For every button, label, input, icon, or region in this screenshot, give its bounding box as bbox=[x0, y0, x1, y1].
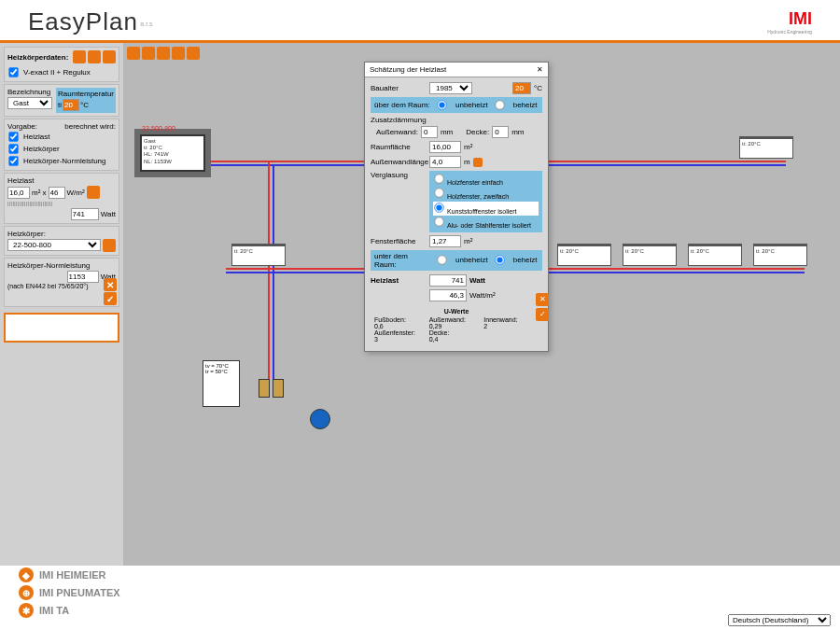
radiator-sel-title: 22-500-800 bbox=[142, 125, 175, 133]
awl-lbl: Außenwandlänge bbox=[371, 158, 427, 166]
cv-tool4[interactable] bbox=[172, 47, 185, 60]
ueber-unbeheizt[interactable] bbox=[437, 100, 446, 109]
aussenwand-input[interactable] bbox=[421, 126, 438, 138]
pneumatex-icon: ⊕ bbox=[19, 585, 34, 600]
scale-graphic: ||||||||||||||||||||||||||| bbox=[7, 201, 116, 206]
fensterfl-input[interactable] bbox=[429, 235, 461, 247]
heimeier-lbl: IMI HEIMEIER bbox=[39, 569, 106, 581]
app-version: a.r.s bbox=[140, 21, 152, 27]
hk-tool[interactable] bbox=[103, 239, 116, 252]
verg4-lbl: Alu- oder Stahlfenster isoliert bbox=[447, 222, 531, 229]
cv-tool5[interactable] bbox=[187, 47, 200, 60]
raumtemp-unit: °C bbox=[80, 101, 89, 109]
ueber-beheizt[interactable] bbox=[495, 100, 504, 109]
logo: IMI bbox=[767, 9, 812, 29]
vorgabe-label: Vorgabe: bbox=[7, 122, 37, 131]
logo-sub: Hydronic Engineering bbox=[767, 29, 812, 35]
heizlast-watt-input[interactable] bbox=[71, 208, 99, 220]
dlg-watt: Watt bbox=[469, 276, 485, 285]
ueber-unbeheizt-lbl: unbeheizt bbox=[455, 101, 488, 109]
unter-lbl: unter dem Raum: bbox=[374, 252, 430, 269]
canvas[interactable]: 22-500-800 Gast ti: 20°C HL: 741W NL: 11… bbox=[123, 43, 840, 566]
radiator[interactable]: ti: 20°C bbox=[623, 244, 677, 266]
ck-norm[interactable] bbox=[8, 156, 18, 165]
aussenwand-lbl: Außenwand: bbox=[376, 128, 418, 136]
dlg-wm2-unit: Watt/m² bbox=[469, 291, 496, 300]
awl-tool[interactable] bbox=[473, 158, 483, 167]
unter-beheizt[interactable] bbox=[495, 256, 504, 265]
language-select[interactable]: Deutsch (Deutschland) bbox=[728, 614, 831, 626]
unter-unbeheizt[interactable] bbox=[437, 256, 446, 265]
valve-label: V-exact II + Regulux bbox=[23, 68, 91, 77]
baualter-lbl: Baualter bbox=[371, 84, 427, 92]
rad-lbl: ti: 20°C bbox=[234, 248, 253, 254]
norm-cancel[interactable]: ✕ bbox=[104, 278, 117, 291]
cv-zoom-out-icon[interactable] bbox=[142, 47, 155, 60]
boiler[interactable]: tv = 70°C tr = 50°C bbox=[203, 360, 240, 407]
fensterfl-lbl: Fensterfläche bbox=[371, 237, 427, 245]
ueber-lbl: über dem Raum: bbox=[374, 101, 430, 109]
rs-l1: Gast bbox=[144, 138, 202, 145]
decke-lbl: Decke: bbox=[466, 128, 489, 136]
unter-beheizt-lbl: beheizt bbox=[513, 256, 538, 264]
fensterfl-unit: m² bbox=[464, 237, 472, 245]
dlg-heizlast-lbl: Heizlast bbox=[371, 276, 427, 285]
ck-heizlast[interactable] bbox=[8, 132, 18, 141]
dlg-ok[interactable]: ✓ bbox=[536, 308, 549, 321]
rad-lbl: ti: 20°C bbox=[691, 248, 709, 254]
sb-tool-1[interactable] bbox=[73, 50, 86, 63]
sb-tool-2[interactable] bbox=[88, 50, 101, 63]
rs-l2: ti: 20°C bbox=[144, 145, 202, 151]
heizlast-area[interactable] bbox=[7, 187, 30, 199]
raumfl-input[interactable] bbox=[429, 141, 461, 153]
verg2-lbl: Holzfenster, zweifach bbox=[447, 193, 509, 200]
radiator[interactable]: ti: 20°C bbox=[557, 244, 611, 266]
dlg-heizlast-input bbox=[429, 274, 467, 287]
raumtemp-input[interactable] bbox=[63, 99, 79, 111]
sb-tool-3[interactable] bbox=[103, 50, 116, 63]
ck-heizkoerper[interactable] bbox=[8, 144, 18, 153]
radiator[interactable]: ti: 20°C bbox=[231, 244, 286, 266]
valve-check[interactable] bbox=[8, 67, 18, 77]
bez-label: Bezeichnung bbox=[7, 88, 52, 96]
verg1[interactable] bbox=[434, 174, 443, 183]
verg3[interactable] bbox=[434, 203, 443, 212]
verg2[interactable] bbox=[434, 189, 443, 198]
radiator[interactable]: ti: 20°C bbox=[739, 136, 793, 159]
dlg-temp-input[interactable] bbox=[512, 82, 531, 94]
ta-lbl: IMI TA bbox=[39, 605, 69, 616]
verg4[interactable] bbox=[434, 217, 443, 227]
radiator[interactable]: ti: 20°C bbox=[688, 244, 742, 266]
baualter-select[interactable]: 1985 bbox=[429, 82, 472, 94]
hk-label: Heizkörper: bbox=[7, 230, 116, 238]
heizlast-tool[interactable] bbox=[87, 186, 100, 199]
hk-select[interactable]: 22-500-800 bbox=[7, 239, 101, 251]
dialog-title: Schätzung der Heizlast bbox=[370, 65, 446, 74]
bez-select[interactable]: Gast bbox=[7, 97, 52, 109]
heizlast-wm2[interactable] bbox=[49, 187, 65, 199]
cv-zoom-in-icon[interactable] bbox=[127, 47, 140, 60]
awl-input[interactable] bbox=[429, 156, 461, 168]
rs-l3: HL: 741W bbox=[144, 151, 202, 158]
pump-icon[interactable] bbox=[310, 409, 330, 429]
close-icon[interactable]: ✕ bbox=[537, 65, 543, 74]
sidebar-heading: Heizkörperdaten: bbox=[7, 53, 68, 62]
radiator[interactable]: ti: 20°C bbox=[753, 244, 807, 266]
valve-2[interactable] bbox=[273, 379, 284, 398]
norm-input[interactable] bbox=[67, 271, 99, 283]
brand-box bbox=[4, 313, 119, 343]
raumfl-lbl: Raumfläche bbox=[371, 143, 427, 151]
heimeier-icon: ◆ bbox=[19, 567, 34, 582]
rad-lbl: ti: 20°C bbox=[742, 141, 761, 147]
brand-footer: ◆IMI HEIMEIER ⊕IMI PNEUMATEX ✱IMI TA bbox=[19, 565, 120, 621]
ck-heizkoerper-lbl: Heizkörper bbox=[23, 145, 60, 153]
valve-1[interactable] bbox=[259, 379, 270, 398]
norm-note: (nach EN442 bei 75/65/20°) bbox=[7, 283, 116, 289]
cv-fit-icon[interactable] bbox=[157, 47, 170, 60]
dlg-cancel[interactable]: ✕ bbox=[536, 293, 549, 306]
dlg-wm2-input bbox=[429, 289, 467, 301]
decke-input[interactable] bbox=[492, 126, 509, 138]
norm-ok[interactable]: ✓ bbox=[104, 292, 117, 305]
radiator-selected[interactable]: 22-500-800 Gast ti: 20°C HL: 741W NL: 11… bbox=[140, 134, 205, 172]
rad-lbl: ti: 20°C bbox=[560, 248, 579, 254]
